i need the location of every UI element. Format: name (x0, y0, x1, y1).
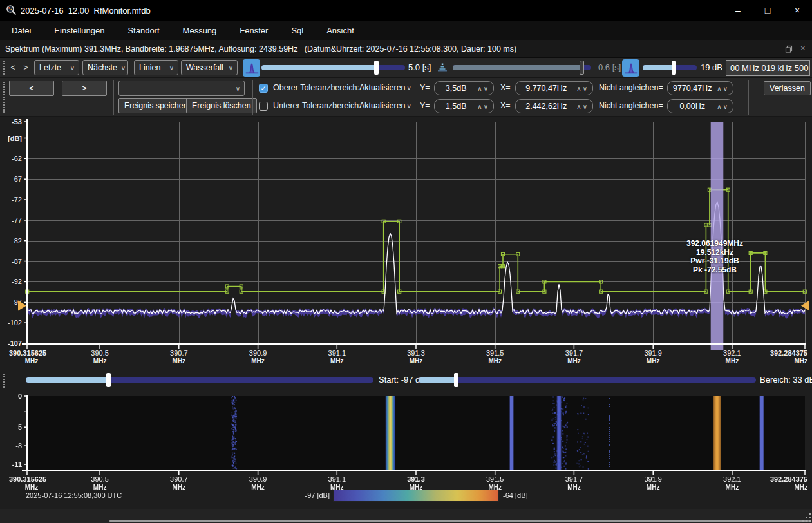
toolbar-drag-handle[interactable] (3, 374, 5, 388)
delete-event-button[interactable]: Ereignis löschen (186, 98, 257, 113)
chevron-down-icon: ∨ (232, 85, 244, 92)
svg-text:-11: -11 (12, 461, 22, 468)
menu-datei[interactable]: Datei (0, 21, 42, 40)
lower-x-value: 2.442,62Hz (516, 102, 576, 111)
upper-snap-value: 9770,47Hz (668, 84, 717, 93)
spectrum-mode-button[interactable] (243, 59, 260, 77)
slider-handle[interactable] (106, 373, 111, 387)
level-slider-bar: Start: -97 dB Bereich: 33 dB (0, 369, 812, 391)
naechste-combo[interactable]: Nächste ∨ (82, 60, 128, 75)
float-panel-icon[interactable] (785, 45, 793, 53)
scale-max-label: -64 [dB] (503, 491, 528, 499)
waterfall-chart[interactable]: 0-5-8-11390.315625MHz390.5MHz390.7MHz390… (0, 391, 812, 491)
spinner-arrows-icon[interactable]: ∧∨ (717, 85, 733, 92)
leave-button[interactable]: Verlassen (764, 81, 811, 95)
svg-text:390.9: 390.9 (249, 349, 267, 357)
next-event-button[interactable]: > (62, 81, 107, 96)
upper-snap-label: Nicht angleichen= (599, 83, 663, 92)
toolbar-drag-handle[interactable] (3, 82, 5, 113)
menu-messung[interactable]: Messung (171, 21, 229, 40)
svg-text:392.284375: 392.284375 (770, 349, 807, 357)
maximize-button[interactable]: □ (753, 0, 782, 21)
lower-y-spinner[interactable]: 1,5dB ∧∨ (434, 99, 494, 113)
letzte-combo[interactable]: Letzte ∨ (34, 60, 79, 75)
linien-combo[interactable]: Linien ∨ (134, 60, 178, 75)
svg-text:391.5: 391.5 (486, 349, 504, 357)
lower-y-label: Y= (420, 101, 430, 110)
horizontal-scrollbar[interactable] (109, 520, 809, 522)
svg-text:-8: -8 (15, 442, 22, 450)
spectrum-time-slider[interactable] (261, 60, 405, 75)
slider-handle[interactable] (672, 61, 676, 75)
rfmonitor-window: 2025-07-16_12.00_RfMonitor.mfdb – □ × Da… (0, 0, 812, 523)
menu-fenster[interactable]: Fenster (228, 21, 279, 40)
wasserfall-combo-value: Wasserfall (182, 63, 225, 72)
waterfall-time-slider[interactable] (453, 60, 591, 75)
menu-standort[interactable]: Standort (116, 21, 171, 40)
slider-fill (453, 65, 581, 70)
scroll-right-button[interactable]: > (21, 61, 31, 75)
window-bottom-strip (0, 509, 812, 523)
lower-y-value: 1,5dB (435, 102, 477, 111)
svg-text:[dB]: [dB] (8, 135, 22, 142)
chevron-down-icon: ∨ (165, 64, 178, 71)
svg-text:-92: -92 (12, 278, 22, 285)
naechste-combo-value: Nächste (83, 63, 117, 72)
spinner-arrows-icon[interactable]: ∧∨ (576, 103, 592, 110)
menu-bar: Datei Einstellungen Standort Messung Fen… (0, 21, 812, 40)
menu-einstellungen[interactable]: Einstellungen (42, 21, 116, 40)
spectrum-info-text: Spektrum (Maximum) 391.3MHz, Bandbreite:… (5, 44, 516, 53)
svg-text:0: 0 (18, 392, 22, 400)
toolbar-drag-handle[interactable] (3, 61, 5, 75)
svg-text:MHz: MHz (726, 357, 739, 365)
slider-fill (643, 65, 674, 70)
menu-ansicht[interactable]: Ansicht (315, 21, 366, 40)
chevron-down-icon: ∨ (407, 102, 411, 109)
lower-snap-spinner[interactable]: 0,00Hz ∧∨ (667, 99, 733, 113)
close-button[interactable]: × (782, 0, 812, 21)
slider-handle[interactable] (374, 61, 379, 75)
spinner-arrows-icon[interactable]: ∧∨ (717, 103, 733, 110)
svg-text:390.5: 390.5 (91, 349, 109, 357)
marker-tooltip: 392.061949MHz19.512kHzPwr -31.19dBPk -72… (670, 240, 760, 274)
waterfall-icon[interactable] (437, 62, 448, 73)
spectrum-chart[interactable]: -53[dB]-62-67-72-77-82-87-92-97-102-1073… (0, 117, 812, 369)
gain-mode-button[interactable] (622, 59, 639, 77)
spinner-arrows-icon[interactable]: ∧∨ (477, 103, 493, 110)
range-level-slider[interactable] (419, 372, 756, 388)
slider-handle[interactable] (454, 373, 458, 387)
resize-grip-icon[interactable] (802, 513, 811, 522)
slider-track[interactable] (419, 377, 756, 383)
title-bar[interactable]: 2025-07-16_12.00_RfMonitor.mfdb – □ × (0, 0, 812, 21)
upper-x-spinner[interactable]: 9.770,47Hz ∧∨ (515, 81, 593, 95)
event-toolbar: < > ∨ Ereignis speichern Ereignis lösche… (0, 78, 812, 117)
range-level-label: Bereich: 33 dB (760, 372, 812, 388)
spinner-arrows-icon[interactable]: ∧∨ (477, 85, 493, 92)
upper-snap-spinner[interactable]: 9770,47Hz ∧∨ (667, 81, 733, 95)
lower-x-spinner[interactable]: 2.442,62Hz ∧∨ (515, 99, 593, 113)
close-panel-icon[interactable]: × (800, 43, 806, 53)
upper-tolerance-checkbox[interactable]: ✓ (259, 84, 268, 93)
upper-y-spinner[interactable]: 3,5dB ∧∨ (434, 81, 494, 95)
frequency-display-input[interactable] (726, 60, 810, 76)
event-combo[interactable]: ∨ (118, 81, 245, 96)
minimize-button[interactable]: – (723, 0, 753, 21)
prev-event-button[interactable]: < (9, 81, 54, 96)
slider-handle[interactable] (580, 61, 584, 75)
wasserfall-combo[interactable]: Wasserfall ∨ (181, 60, 238, 75)
upper-x-value: 9.770,47Hz (516, 84, 576, 93)
spinner-arrows-icon[interactable]: ∧∨ (576, 85, 592, 92)
scroll-left-button[interactable]: < (8, 61, 18, 75)
upper-update-combo[interactable]: Aktualisieren ∨ (359, 83, 411, 92)
lower-update-combo[interactable]: Aktualisieren ∨ (359, 101, 411, 110)
svg-text:MHz: MHz (93, 357, 107, 365)
menu-sql[interactable]: Sql (279, 21, 315, 40)
lower-tolerance-checkbox[interactable] (259, 102, 268, 111)
gain-slider[interactable] (643, 60, 697, 75)
svg-text:-77: -77 (12, 216, 22, 224)
upper-y-label: Y= (420, 83, 430, 92)
save-event-button[interactable]: Ereignis speichern (118, 98, 196, 113)
start-level-slider[interactable] (26, 372, 373, 388)
svg-text:392.1: 392.1 (723, 349, 741, 357)
marker-band (711, 122, 724, 350)
